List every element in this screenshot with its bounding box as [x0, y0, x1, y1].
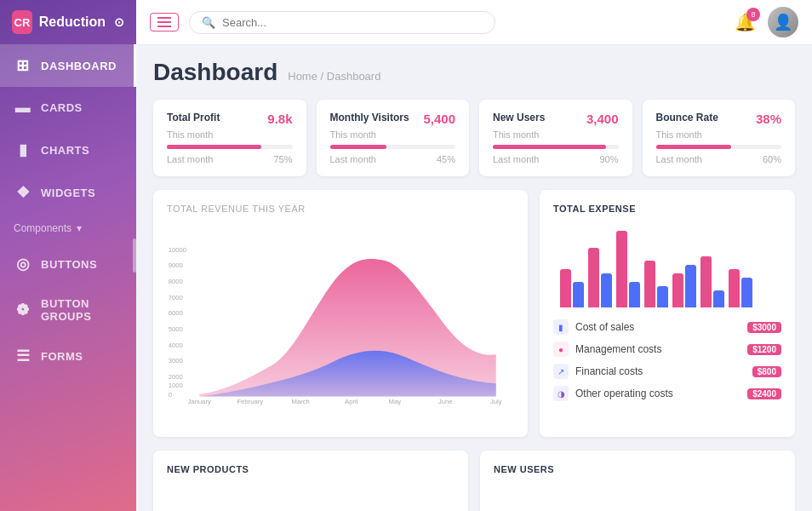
main-area: 🔍 🔔 8 👤 Dashboard Home / Dashboard [136, 0, 812, 511]
stat-last-visitors: Last month 45% [330, 154, 456, 164]
bottom-row: NEW PRODUCTS NEW USERS [153, 451, 795, 511]
revenue-chart-subtitle: This Year [252, 204, 305, 214]
cards-icon: ▬ [14, 99, 32, 117]
expense-badge-2: $800 [752, 366, 781, 377]
stat-sub-visitors: This month [330, 129, 456, 140]
expense-item-0: ▮ Cost of sales $3000 [553, 319, 781, 335]
revenue-svg: 10000 9000 8000 7000 6000 5000 4000 3000… [167, 224, 514, 420]
notification-button[interactable]: 🔔 8 [735, 12, 756, 32]
progress-bg-users [493, 145, 619, 149]
sidebar-item-button-groups[interactable]: ❁ BUTTON GROUPS [0, 285, 136, 335]
expense-item-1: ● Management costs $1200 [553, 342, 781, 357]
expense-item-3: ◑ Other operating costs $2400 [553, 386, 781, 401]
sidebar-item-buttons[interactable]: ◎ BUTTONS [0, 243, 136, 285]
bar-blue-3 [629, 282, 640, 307]
sidebar-item-forms[interactable]: ☰ FORMS [0, 335, 136, 377]
sidebar-resize-handle[interactable] [133, 238, 136, 273]
sidebar-label-charts: CHARTS [41, 144, 89, 157]
sidebar-label-cards: CARDS [41, 101, 83, 114]
sidebar-item-charts[interactable]: ▮ CHARTS [0, 129, 136, 171]
svg-text:July: July [490, 398, 502, 405]
components-section[interactable]: Components ▾ [0, 214, 136, 243]
sidebar-item-cards[interactable]: ▬ CARDS [0, 87, 136, 129]
bar-pink-4 [644, 261, 655, 307]
breadcrumb-current: Dashboard [327, 70, 381, 83]
svg-text:7000: 7000 [169, 294, 183, 301]
bar-group-7 [729, 269, 752, 307]
logo[interactable]: CR Reduction ⊙ [0, 0, 136, 44]
content: Dashboard Home / Dashboard Total Profit … [136, 45, 812, 511]
svg-text:5000: 5000 [169, 325, 183, 333]
header: 🔍 🔔 8 👤 [136, 0, 812, 45]
search-bar: 🔍 [189, 11, 495, 34]
charts-icon: ▮ [14, 141, 32, 159]
chevron-down-icon: ▾ [77, 222, 82, 234]
svg-text:June: June [438, 398, 453, 405]
expense-badge-3: $2400 [747, 388, 781, 399]
svg-text:0: 0 [169, 391, 172, 399]
expense-badge-1: $1200 [747, 344, 781, 355]
expense-label-0: Cost of sales [575, 321, 634, 333]
buttons-icon: ◎ [14, 255, 32, 273]
breadcrumb-home[interactable]: Home [288, 70, 317, 83]
stat-value-users: 3,400 [586, 112, 619, 126]
header-right: 🔔 8 👤 [735, 7, 798, 37]
bar-blue-6 [713, 290, 724, 307]
new-products-card: NEW PRODUCTS [153, 451, 468, 511]
revenue-chart-card: TOTAL REVENUE This Year 10000 9000 8000 … [153, 190, 528, 437]
progress-bg-visitors [330, 145, 456, 149]
bar-group-5 [672, 265, 696, 307]
sidebar-item-widgets[interactable]: ❖ WIDGETS [0, 171, 136, 214]
svg-text:3000: 3000 [169, 357, 183, 365]
stat-last-bounce: Last month 60% [656, 154, 782, 164]
sidebar-item-dashboard[interactable]: ⊞ DASHBOARD [0, 44, 136, 87]
breadcrumb: Home / Dashboard [288, 70, 380, 83]
bar-group-6 [700, 256, 724, 307]
progress-fill-bounce [656, 145, 732, 149]
widgets-icon: ❖ [14, 183, 32, 202]
stat-value-bounce: 38% [756, 112, 781, 126]
bar-group-1 [560, 269, 584, 307]
expense-label-3: Other operating costs [575, 388, 673, 399]
bar-pink-5 [672, 273, 683, 307]
svg-text:4000: 4000 [169, 342, 183, 349]
stat-value-visitors: 5,400 [423, 112, 455, 126]
svg-text:April: April [345, 398, 358, 405]
bar-group-2 [588, 248, 612, 307]
stat-card-users: New Users 3,400 This month Last month 90… [479, 100, 632, 176]
expense-bar-chart [553, 222, 781, 307]
revenue-area-chart: 10000 9000 8000 7000 6000 5000 4000 3000… [167, 224, 514, 423]
components-label: Components [14, 222, 71, 234]
stat-card-bounce: Bounce Rate 38% This month Last month 60… [643, 100, 796, 176]
avatar[interactable]: 👤 [768, 7, 798, 37]
stat-sub-users: This month [493, 129, 619, 140]
logo-icon: CR [12, 10, 32, 34]
bar-blue-5 [685, 265, 696, 307]
button-groups-icon: ❁ [14, 301, 32, 319]
sidebar: CR Reduction ⊙ ⊞ DASHBOARD ▬ CARDS ▮ CHA… [0, 0, 136, 511]
bar-pink-1 [560, 269, 571, 307]
breadcrumb-separator: / [321, 70, 324, 83]
bar-group-4 [644, 261, 668, 307]
stat-card-profit: Total Profit 9.8k This month Last month … [153, 100, 306, 176]
expense-icon-0: ▮ [553, 319, 569, 335]
expense-card: TOTAL EXPENSE [540, 190, 795, 437]
bar-pink-7 [729, 269, 740, 307]
search-icon: 🔍 [202, 16, 215, 29]
menu-button[interactable] [150, 13, 179, 32]
sidebar-label-forms: FORMS [41, 350, 83, 363]
expense-label-1: Management costs [575, 343, 661, 355]
search-input[interactable] [222, 16, 483, 29]
stat-last-users: Last month 90% [493, 154, 619, 164]
revenue-chart-title: TOTAL REVENUE This Year [167, 204, 514, 214]
svg-text:6000: 6000 [169, 309, 183, 317]
svg-text:9000: 9000 [169, 261, 183, 269]
bar-pink-3 [616, 231, 627, 307]
bar-pink-6 [700, 256, 712, 307]
stat-sub-profit: This month [167, 129, 293, 140]
progress-fill-profit [167, 145, 261, 149]
expense-icon-1: ● [553, 342, 569, 357]
sidebar-label-widgets: WIDGETS [41, 187, 95, 199]
svg-text:2000: 2000 [169, 373, 183, 381]
new-products-title: NEW PRODUCTS [167, 464, 455, 474]
